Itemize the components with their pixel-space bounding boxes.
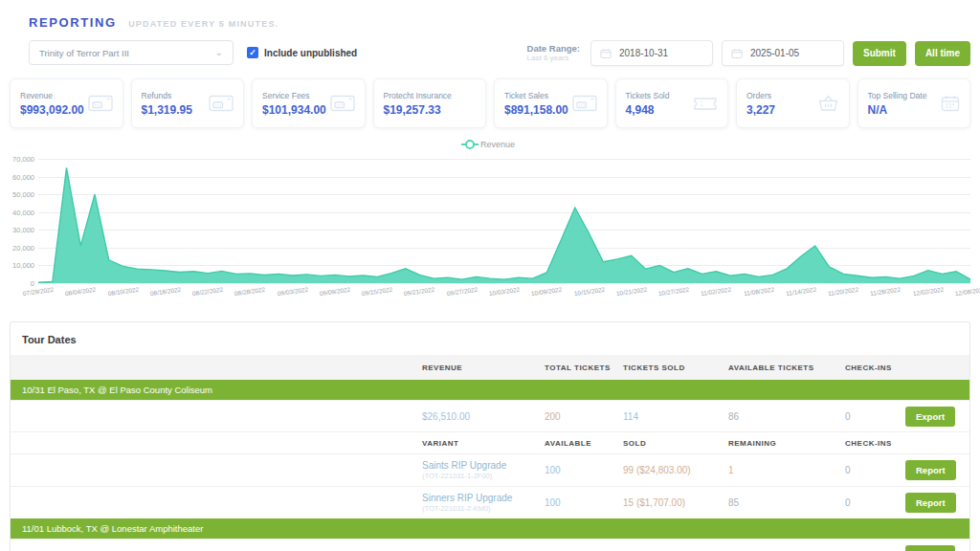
stat-text: Tickets Sold4,948 [626,91,670,117]
date-range-hint: Last 6 years [527,54,580,63]
date-range-label: Date Range: Last 6 years [527,43,580,64]
stat-card: Ticket Sales$891,158.00 [494,78,608,128]
x-tick-label: 10/15/2022 [573,286,605,297]
y-tick-label: 40,000 [2,208,34,216]
check-ins-cell: 0 [834,411,905,422]
date-range-title: Date Range: [527,43,580,55]
stat-label: Tickets Sold [626,91,670,100]
x-tick-label: 11/20/2022 [828,286,859,297]
checkbox-checked-icon[interactable]: ✓ [247,47,258,58]
stat-card: Refunds$1,319.95 [131,78,245,128]
available-tickets-cell: 86 [717,411,834,422]
y-tick-label: 50,000 [2,190,34,199]
date-range-controls: Date Range: Last 6 years 2018-10-31 2025… [527,40,970,66]
event-summary-row: $26,510.00200114860Export [11,400,969,431]
x-tick-label: 09/21/2022 [404,286,435,297]
tour-dates-panel: Tour Dates REVENUETOTAL TICKETSTICKETS S… [10,321,970,551]
stat-label: Protecht Insurance [384,91,452,100]
event-select[interactable]: Trinity of Terror Part III ⌄ [29,40,234,65]
stat-label: Orders [746,91,775,100]
remaining-cell: 1 [717,465,834,475]
page-subtitle: UPDATED EVERY 5 MINUTES. [128,19,278,29]
stat-value: N/A [868,103,927,117]
chevron-down-icon: ⌄ [215,50,223,55]
x-tick-label: 09/09/2022 [319,286,350,297]
tour-dates-table: REVENUETOTAL TICKETSTICKETS SOLDAVAILABL… [11,355,969,551]
stat-label: Ticket Sales [504,91,568,100]
header-cell: TICKETS SOLD [612,364,717,372]
remaining-cell: 85 [717,497,834,508]
cash-icon [88,95,113,112]
x-tick-label: 12/08/2022 [954,286,980,297]
stat-text: Revenue$993,092.00 [20,91,84,117]
variant-name: Sinners RIP Upgrade [422,493,533,504]
x-tick-label: 10/03/2022 [488,286,520,297]
header-cell: TOTAL TICKETS [533,364,612,372]
report-button[interactable]: Report [905,493,956,513]
legend-label: Revenue [480,140,515,149]
stat-value: $891,158.00 [504,103,568,117]
x-tick-label: 09/15/2022 [362,286,393,297]
calendar-icon [600,48,612,59]
stat-label: Revenue [20,91,84,100]
x-tick-label: 08/16/2022 [149,286,181,297]
ticket-icon [693,95,718,112]
stat-card: Service Fees$101,934.00 [252,78,366,128]
x-tick-label: 11/08/2022 [743,286,774,297]
cash-icon [572,95,597,112]
tickets-sold-cell: 114 [612,411,717,422]
date-to-value: 2025-01-05 [750,48,799,58]
x-tick-label: 09/03/2022 [277,286,308,297]
stat-label: Refunds [142,91,192,100]
calendar-icon [941,95,960,112]
event-header-row: 11/01 Lubbock, TX @ Lonestar Amphitheate… [11,518,969,539]
report-button[interactable]: Report [905,460,956,480]
filter-row: Trinity of Terror Part III ⌄ ✓ Include u… [0,31,980,66]
include-unpublished-toggle[interactable]: ✓ Include unpublished [247,47,357,58]
variant-name-cell: Sinners RIP Upgrade(TOT-221031-2-KM0) [411,493,533,513]
x-tick-label: 08/28/2022 [234,286,266,297]
stat-label: Service Fees [262,91,326,100]
variant-row: Sinners RIP Upgrade(TOT-221031-2-KM0)100… [11,486,969,518]
sold-cell: 99 ($24,803.00) [612,465,717,475]
variant-header-cell: AVAILABLE [533,439,612,448]
stat-value: $1,319.95 [142,103,192,117]
page-header: REPORTING UPDATED EVERY 5 MINUTES. [0,0,980,31]
variant-code: (TOT-221031-1-2F00) [422,472,533,480]
left-filters: Trinity of Terror Part III ⌄ ✓ Include u… [29,40,357,65]
date-from-input[interactable]: 2018-10-31 [590,40,713,66]
basket-icon [817,95,839,112]
stat-value: 4,948 [626,103,670,117]
y-tick-label: 10,000 [2,261,34,270]
stat-card: Tickets Sold4,948 [615,78,729,128]
calendar-icon [731,48,743,59]
variant-actions-cell: Report [905,493,980,513]
stat-card: Top Selling DateN/A [858,78,971,128]
event-header-row: 10/31 El Paso, TX @ El Paso County Colis… [11,380,969,400]
tour-dates-title: Tour Dates [11,322,969,355]
stat-label: Top Selling Date [868,91,927,100]
x-tick-label: 10/09/2022 [531,286,563,297]
export-button[interactable]: Export [905,407,955,427]
x-tick-label: 10/21/2022 [615,286,647,297]
x-tick-label: 09/27/2022 [446,286,478,297]
all-time-button[interactable]: All time [915,41,970,66]
x-tick-label: 08/04/2022 [65,286,97,297]
variant-name-cell: Saints RIP Upgrade(TOT-221031-1-2F00) [411,460,533,480]
legend-point-icon [465,140,475,149]
y-tick-label: 60,000 [2,172,34,181]
available-cell: 100 [533,497,612,508]
chart-legend-revenue[interactable]: Revenue [0,138,980,151]
revenue-chart: Revenue 70,00060,00050,00040,00030,00020… [0,138,980,298]
stat-value: $101,934.00 [262,103,326,117]
variant-header-cell: CHECK-INS [834,439,905,448]
check-ins-cell: 0 [834,497,905,508]
x-tick-label: 12/02/2022 [912,286,944,297]
total-tickets-cell: 200 [533,411,612,422]
date-to-input[interactable]: 2025-01-05 [722,40,844,66]
submit-button[interactable]: Submit [853,41,906,66]
stat-value: 3,227 [746,103,775,117]
stat-text: Top Selling DateN/A [868,91,927,117]
export-button[interactable]: Export [905,545,955,551]
sold-cell: 15 ($1,707.00) [612,497,717,508]
